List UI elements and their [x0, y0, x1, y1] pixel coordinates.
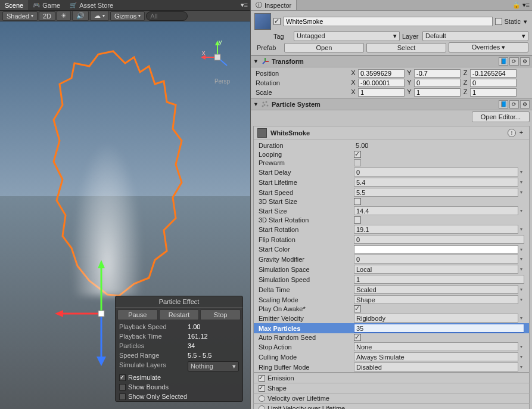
dropdown-icon[interactable]: ▾	[518, 267, 524, 272]
pause-button[interactable]: Pause	[117, 309, 158, 320]
resimulate-checkbox[interactable]	[119, 374, 126, 381]
velocity-over-lifetime-checkbox[interactable]	[259, 395, 265, 402]
lock-icon[interactable]: 🔒	[512, 1, 521, 8]
start-speed-input[interactable]: 5.5	[354, 188, 518, 197]
limit-velocity-checkbox[interactable]	[259, 405, 265, 410]
dropdown-icon[interactable]: ▾	[518, 364, 524, 370]
module-add-button[interactable]: +	[517, 129, 525, 137]
shape-checkbox[interactable]	[259, 385, 265, 392]
gameobject-name-input[interactable]	[283, 17, 493, 26]
dropdown-icon[interactable]: ▾	[518, 247, 524, 252]
scene-view[interactable]: y x Persp Particle Effect Pause Restart	[0, 21, 250, 409]
position-z-input[interactable]	[470, 69, 517, 78]
reset-button[interactable]: ⟳	[509, 57, 519, 66]
show-only-selected-checkbox[interactable]	[119, 393, 126, 400]
help-button[interactable]: 📘	[499, 100, 508, 109]
dropdown-icon[interactable]: ▾	[518, 256, 524, 262]
stop-action-dropdown[interactable]: None	[354, 342, 518, 351]
emitter-velocity-dropdown[interactable]: Rigidbody	[354, 314, 518, 323]
culling-mode-dropdown[interactable]: Always Simulate	[354, 352, 518, 361]
prefab-open-button[interactable]: Open	[284, 43, 364, 52]
dropdown-icon[interactable]: ▾	[518, 179, 524, 185]
start-rotation-input[interactable]: 19.1	[354, 225, 518, 234]
transform-component-header[interactable]: ▼ Transform 📘 ⟳ ⚙	[251, 55, 532, 67]
max-particles-input[interactable]: 35	[354, 324, 524, 333]
emission-module-header[interactable]: Emission	[253, 373, 530, 383]
gear-icon[interactable]: ⚙	[520, 100, 530, 109]
simulation-space-dropdown[interactable]: Local	[354, 265, 518, 274]
open-editor-button[interactable]: Open Editor...	[472, 111, 530, 122]
prefab-select-button[interactable]: Select	[366, 43, 446, 52]
tag-dropdown[interactable]: Untagged▾	[294, 31, 400, 41]
gear-icon[interactable]: ⚙	[520, 57, 530, 66]
dropdown-icon[interactable]: ▾	[518, 354, 524, 360]
particle-system-component-header[interactable]: ▼ Particle System 📘 ⟳ ⚙	[251, 98, 532, 110]
foldout-icon[interactable]: ▼	[253, 101, 259, 107]
start-color-field[interactable]	[354, 245, 518, 253]
start-lifetime-input[interactable]: 5.4	[354, 178, 518, 187]
dropdown-icon[interactable]: ▾	[518, 169, 524, 175]
flip-rotation-input[interactable]: 0	[354, 235, 524, 244]
gameobject-active-checkbox[interactable]	[273, 18, 281, 25]
gizmos-dropdown[interactable]: Gizmos	[110, 11, 145, 21]
simulation-speed-input[interactable]: 1	[354, 275, 524, 284]
reset-button[interactable]: ⟳	[509, 100, 519, 109]
dropdown-icon[interactable]: ▾	[518, 208, 524, 213]
tab-game[interactable]: 🎮Game	[28, 0, 65, 10]
delta-time-dropdown[interactable]: Scaled	[354, 285, 518, 294]
orientation-gizmo[interactable]: y x	[200, 39, 235, 75]
panel-context-menu-icon[interactable]: ▾≡	[522, 1, 530, 8]
scene-search-input[interactable]	[146, 11, 188, 21]
scaling-mode-dropdown[interactable]: Shape	[354, 295, 518, 304]
panel-menu-icon[interactable]: ▾≡	[241, 0, 250, 10]
position-x-input[interactable]	[358, 69, 405, 78]
help-button[interactable]: 📘	[499, 57, 508, 66]
position-y-input[interactable]	[414, 69, 461, 78]
perspective-label[interactable]: Persp	[214, 78, 230, 85]
gravity-modifier-input[interactable]: 0	[354, 255, 518, 264]
gameobject-icon[interactable]	[254, 13, 271, 30]
dropdown-icon[interactable]: ▾	[518, 287, 524, 292]
view-2d-toggle[interactable]: 2D	[39, 11, 55, 21]
limit-velocity-over-lifetime-module-header[interactable]: Limit Velocity over Lifetime	[253, 403, 530, 409]
main-module-header[interactable]: WhiteSmoke ! +	[254, 126, 529, 140]
prefab-overrides-dropdown[interactable]: Overrides ▾	[449, 42, 528, 52]
rotation-y-input[interactable]	[414, 79, 461, 87]
duration-value[interactable]: 5.00	[354, 141, 524, 150]
prewarm-checkbox[interactable]	[354, 159, 361, 166]
layer-dropdown[interactable]: Default▾	[422, 31, 528, 41]
auto-random-seed-checkbox[interactable]	[354, 334, 361, 341]
static-checkbox[interactable]	[495, 18, 502, 25]
scale-x-input[interactable]	[358, 88, 405, 97]
scale-z-input[interactable]	[470, 88, 517, 97]
static-dropdown-icon[interactable]: ▾	[522, 18, 528, 26]
simulate-layers-dropdown[interactable]: Nothing▾	[188, 361, 239, 371]
start-delay-input[interactable]: 0	[354, 168, 518, 176]
tab-scene[interactable]: Scene	[0, 0, 28, 10]
audio-toggle[interactable]: 🔊	[72, 11, 89, 21]
tab-inspector[interactable]: ⓘInspector	[251, 0, 297, 10]
dropdown-icon[interactable]: ▾	[518, 344, 524, 349]
foldout-icon[interactable]: ▼	[253, 58, 259, 64]
rotation-x-input[interactable]	[358, 79, 405, 87]
scale-y-input[interactable]	[414, 88, 461, 97]
emission-checkbox[interactable]	[259, 375, 265, 382]
play-on-awake-checkbox[interactable]	[354, 305, 361, 312]
start-size-3d-checkbox[interactable]	[354, 198, 361, 205]
rotation-z-input[interactable]	[470, 79, 517, 87]
dropdown-icon[interactable]: ▾	[518, 227, 524, 232]
ring-buffer-dropdown[interactable]: Disabled	[354, 362, 518, 371]
shading-mode-dropdown[interactable]: Shaded	[2, 11, 38, 21]
playback-speed-value[interactable]: 1.00	[188, 323, 200, 330]
module-info-button[interactable]: !	[508, 129, 516, 137]
shape-module-header[interactable]: Shape	[253, 383, 530, 393]
dropdown-icon[interactable]: ▾	[518, 315, 524, 321]
effects-dropdown[interactable]: ☁	[90, 11, 109, 21]
looping-checkbox[interactable]	[354, 151, 361, 158]
tab-asset-store[interactable]: 🛒Asset Store	[65, 0, 118, 10]
stop-button[interactable]: Stop	[200, 309, 241, 320]
dropdown-icon[interactable]: ▾	[518, 297, 524, 302]
start-rotation-3d-checkbox[interactable]	[354, 216, 361, 224]
velocity-over-lifetime-module-header[interactable]: Velocity over Lifetime	[253, 393, 530, 403]
dropdown-icon[interactable]: ▾	[518, 190, 524, 195]
